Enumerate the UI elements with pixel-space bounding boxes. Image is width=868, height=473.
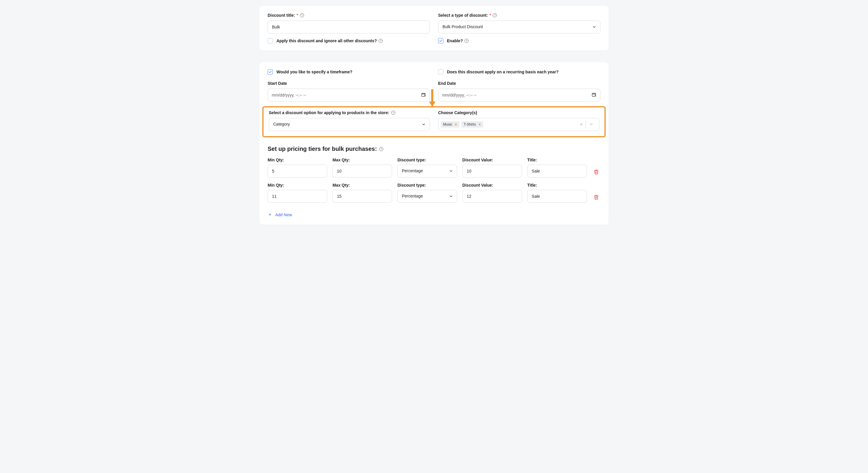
discount-config-card: Would you like to specify a timeframe? D… bbox=[259, 62, 609, 225]
recurring-checkbox-row: Does this discount apply on a recurring … bbox=[438, 69, 600, 74]
ignore-others-checkbox[interactable] bbox=[268, 38, 273, 43]
end-date-input[interactable] bbox=[438, 89, 600, 101]
help-icon[interactable]: ? bbox=[379, 147, 383, 151]
enable-checkbox[interactable] bbox=[438, 38, 443, 43]
recurring-label: Does this discount apply on a recurring … bbox=[447, 69, 558, 74]
discount-type-label: Discount type: bbox=[397, 183, 457, 188]
discount-type-field: Select a type of discount: * ? Bulk Prod… bbox=[438, 13, 600, 33]
timeframe-checkbox[interactable] bbox=[268, 69, 273, 74]
tag-remove-icon[interactable]: ✕ bbox=[455, 123, 457, 126]
help-icon[interactable]: ? bbox=[391, 111, 395, 115]
discount-header-card: Discount title: * ? Select a type of dis… bbox=[259, 6, 609, 51]
tag-text: T-Shirts bbox=[464, 122, 476, 126]
start-date-field: Start Date mm/dd/yyyy, --:-- -- bbox=[268, 81, 430, 101]
help-icon[interactable]: ? bbox=[493, 13, 497, 17]
discount-value-label: Discount Value: bbox=[462, 158, 522, 162]
discount-title-field: Discount title: * ? bbox=[268, 13, 430, 33]
highlighted-section: Select a discount option for applying to… bbox=[262, 106, 606, 137]
title-field: Title: bbox=[527, 158, 587, 178]
min-qty-field: Min Qty: bbox=[268, 158, 327, 178]
max-qty-field: Max Qty: bbox=[333, 158, 392, 178]
required-asterisk: * bbox=[297, 13, 298, 17]
discount-type-select[interactable]: Percentage bbox=[397, 190, 457, 203]
svg-marker-9 bbox=[595, 95, 596, 96]
timeframe-checkbox-row: Would you like to specify a timeframe? bbox=[268, 69, 430, 74]
help-icon[interactable]: ? bbox=[300, 13, 304, 17]
discount-value-input[interactable] bbox=[462, 190, 522, 203]
label-text: Select a discount option for applying to… bbox=[269, 110, 390, 115]
category-tag: Music ✕ bbox=[441, 121, 460, 128]
min-qty-label: Min Qty: bbox=[268, 158, 327, 162]
discount-value-field: Discount Value: bbox=[462, 183, 522, 203]
ignore-others-checkbox-row: Apply this discount and ignore all other… bbox=[268, 38, 430, 43]
max-qty-input[interactable] bbox=[333, 190, 392, 203]
title-input[interactable] bbox=[527, 165, 587, 178]
max-qty-label: Max Qty: bbox=[333, 183, 392, 188]
clear-all-icon[interactable]: × bbox=[577, 122, 586, 128]
tag-text: Music bbox=[443, 122, 452, 126]
chevron-down-icon[interactable] bbox=[586, 122, 596, 127]
title-label: Title: bbox=[527, 183, 587, 188]
label-text: Select a type of discount: bbox=[438, 13, 488, 18]
start-date-label: Start Date bbox=[268, 81, 430, 86]
tag-remove-icon[interactable]: ✕ bbox=[478, 123, 481, 126]
discount-option-select[interactable]: Category bbox=[269, 118, 430, 131]
add-new-label: Add New bbox=[275, 213, 292, 217]
discount-title-label: Discount title: * ? bbox=[268, 13, 430, 18]
enable-label: Enable? ? bbox=[447, 38, 469, 43]
discount-type-select[interactable]: Bulk Product Discount bbox=[438, 21, 600, 33]
discount-value-label: Discount Value: bbox=[462, 183, 522, 188]
pricing-tiers-heading: Set up pricing tiers for bulk purchases:… bbox=[268, 146, 600, 152]
label-text: Enable? bbox=[447, 38, 463, 43]
end-date-label: End Date bbox=[438, 81, 600, 86]
label-text: Discount title: bbox=[268, 13, 295, 18]
label-text: Apply this discount and ignore all other… bbox=[276, 38, 377, 43]
ignore-others-label: Apply this discount and ignore all other… bbox=[276, 38, 383, 43]
min-qty-field: Min Qty: bbox=[268, 183, 327, 203]
discount-type-label: Discount type: bbox=[397, 158, 457, 162]
max-qty-label: Max Qty: bbox=[333, 158, 392, 162]
annotation-arrow-icon bbox=[429, 89, 435, 108]
discount-value-input[interactable] bbox=[462, 165, 522, 178]
required-asterisk: * bbox=[490, 13, 491, 17]
title-label: Title: bbox=[527, 158, 587, 162]
start-date-input[interactable] bbox=[268, 89, 430, 101]
discount-option-field: Select a discount option for applying to… bbox=[269, 110, 430, 131]
title-input[interactable] bbox=[527, 190, 587, 203]
min-qty-label: Min Qty: bbox=[268, 183, 327, 188]
category-multiselect[interactable]: Music ✕ T-Shirts ✕ × bbox=[438, 118, 599, 131]
calendar-icon[interactable] bbox=[592, 92, 596, 98]
discount-title-input[interactable] bbox=[268, 21, 430, 33]
add-new-button[interactable]: ＋ Add New bbox=[268, 212, 292, 218]
min-qty-input[interactable] bbox=[268, 165, 327, 178]
help-icon[interactable]: ? bbox=[378, 39, 383, 43]
discount-type-field: Discount type: Percentage bbox=[397, 183, 457, 203]
category-tag: T-Shirts ✕ bbox=[461, 121, 483, 128]
discount-value-field: Discount Value: bbox=[462, 158, 522, 178]
choose-category-field: Choose Category(s) Music ✕ T-Shirts ✕ × bbox=[438, 110, 599, 131]
tier-row: Min Qty: Max Qty: Discount type: Percent… bbox=[268, 158, 600, 178]
discount-type-label: Select a type of discount: * ? bbox=[438, 13, 600, 18]
tier-row: Min Qty: Max Qty: Discount type: Percent… bbox=[268, 183, 600, 203]
timeframe-label: Would you like to specify a timeframe? bbox=[276, 69, 352, 74]
max-qty-input[interactable] bbox=[333, 165, 392, 178]
max-qty-field: Max Qty: bbox=[333, 183, 392, 203]
end-date-field: End Date mm/dd/yyyy, --:-- -- bbox=[438, 81, 600, 101]
svg-marker-4 bbox=[424, 95, 425, 96]
help-icon[interactable]: ? bbox=[465, 39, 469, 43]
discount-option-label: Select a discount option for applying to… bbox=[269, 110, 430, 115]
choose-category-label: Choose Category(s) bbox=[438, 110, 599, 115]
delete-tier-button[interactable] bbox=[592, 169, 600, 178]
plus-icon: ＋ bbox=[268, 212, 272, 218]
discount-type-select[interactable]: Percentage bbox=[397, 165, 457, 178]
calendar-icon[interactable] bbox=[421, 92, 426, 98]
discount-type-field: Discount type: Percentage bbox=[397, 158, 457, 178]
heading-text: Set up pricing tiers for bulk purchases: bbox=[268, 146, 377, 152]
svg-marker-11 bbox=[429, 101, 435, 107]
title-field: Title: bbox=[527, 183, 587, 203]
min-qty-input[interactable] bbox=[268, 190, 327, 203]
delete-tier-button[interactable] bbox=[592, 194, 600, 203]
recurring-checkbox[interactable] bbox=[438, 69, 443, 74]
enable-checkbox-row: Enable? ? bbox=[438, 38, 600, 43]
